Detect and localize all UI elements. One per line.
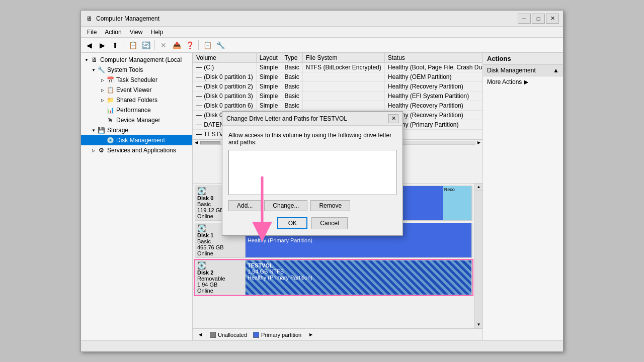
cell-fs bbox=[302, 101, 384, 111]
dialog-listbox[interactable] bbox=[228, 150, 396, 195]
cell-layout: Simple bbox=[256, 63, 281, 72]
col-filesystem: File System bbox=[302, 53, 384, 63]
toolbar-forward[interactable]: ▶ bbox=[96, 39, 108, 51]
more-actions-label: More Actions bbox=[487, 78, 522, 85]
toolbar-refresh[interactable]: 🔄 bbox=[140, 39, 152, 51]
dialog-ok-button[interactable]: OK bbox=[277, 217, 307, 229]
expand-arrow-task: ▷ bbox=[99, 78, 106, 82]
dialog-add-button[interactable]: Add... bbox=[228, 200, 261, 211]
disk-row-2: 💽 Disk 2 Removable 1.94 GB Online TESTVO… bbox=[195, 260, 472, 295]
sidebar-item-shared-folders[interactable]: ▷ 📁 Shared Folders bbox=[81, 95, 192, 105]
table-row[interactable]: — (Disk 0 partition 2) Simple Basic Heal… bbox=[193, 82, 483, 92]
testvol-status: Healthy (Primary Partition) bbox=[248, 275, 469, 281]
legend-bar: ◀ Unallocated Primary partition ▶ bbox=[193, 328, 482, 340]
toolbar-sep-3 bbox=[198, 40, 199, 50]
cell-fs bbox=[302, 92, 384, 101]
performance-icon: 📊 bbox=[106, 106, 114, 114]
actions-more[interactable]: More Actions ▶ bbox=[483, 76, 563, 87]
toolbar-extra1[interactable]: 📋 bbox=[201, 39, 213, 51]
disk-management-icon: 💿 bbox=[106, 136, 114, 144]
cell-volume: — (Disk 0 partition 1) bbox=[193, 72, 257, 82]
toolbar-up[interactable]: ⬆ bbox=[109, 39, 121, 51]
system-tools-icon: 🔧 bbox=[97, 66, 105, 74]
sidebar-item-computer-management[interactable]: ▼ 🖥 Computer Management (Local bbox=[81, 55, 192, 65]
cell-type: Basic bbox=[281, 92, 302, 101]
expand-arrow-event: ▷ bbox=[99, 88, 106, 93]
actions-disk-management[interactable]: Disk Management ▲ bbox=[483, 65, 563, 76]
services-icon: ⚙ bbox=[97, 146, 105, 154]
dialog-description: Allow access to this volume by using the… bbox=[228, 132, 396, 146]
partition-recovery[interactable]: Reco bbox=[443, 186, 472, 220]
more-actions-arrow: ▶ bbox=[524, 78, 528, 85]
cell-volume: — (Disk 0 partition 6) bbox=[193, 101, 257, 111]
sidebar-label-computer-management: Computer Management (Local bbox=[100, 56, 182, 63]
sidebar-item-performance[interactable]: 📊 Performance bbox=[81, 105, 192, 115]
scroll-down[interactable]: ▼ bbox=[475, 321, 482, 328]
sidebar-label-shared-folders: Shared Folders bbox=[116, 97, 157, 104]
shared-folders-icon: 📁 bbox=[106, 96, 114, 104]
sidebar-label-system-tools: System Tools bbox=[107, 66, 143, 73]
toolbar-show-hide[interactable]: 📋 bbox=[127, 39, 139, 51]
menu-file[interactable]: File bbox=[83, 28, 101, 37]
event-viewer-icon: 📋 bbox=[106, 86, 114, 94]
col-volume: Volume bbox=[193, 53, 257, 63]
expand-arrow-services: ▷ bbox=[90, 148, 97, 153]
dialog-remove-button[interactable]: Remove bbox=[310, 200, 350, 211]
col-type: Type bbox=[281, 53, 302, 63]
actions-disk-label: Disk Management bbox=[487, 67, 536, 74]
cell-volume: — (Disk 0 partition 2) bbox=[193, 82, 257, 92]
scroll-left[interactable]: ◀ bbox=[193, 140, 200, 145]
menu-help[interactable]: Help bbox=[147, 28, 168, 37]
dialog-title-text: Change Drive Letter and Paths for TESTVO… bbox=[226, 115, 388, 122]
toolbar-help[interactable]: ❓ bbox=[184, 39, 196, 51]
cell-type: Basic bbox=[281, 72, 302, 82]
expand-arrow-system: ▼ bbox=[90, 68, 97, 72]
sidebar-label-storage: Storage bbox=[107, 127, 128, 134]
scroll-up[interactable]: ▲ bbox=[475, 184, 482, 191]
legend-scroll-right[interactable]: ▶ bbox=[307, 332, 314, 337]
toolbar-properties[interactable]: 📤 bbox=[171, 39, 183, 51]
scroll-thumb-h[interactable] bbox=[200, 141, 220, 144]
col-layout: Layout bbox=[256, 53, 281, 63]
menu-view[interactable]: View bbox=[126, 28, 147, 37]
disk-1-type: Basic bbox=[197, 238, 243, 244]
toolbar-back[interactable]: ◀ bbox=[83, 39, 95, 51]
dialog-close-button[interactable]: ✕ bbox=[388, 114, 398, 123]
toolbar-extra2[interactable]: 🔧 bbox=[214, 39, 226, 51]
window-icon: 🖥 bbox=[85, 15, 93, 23]
sidebar-item-device-manager[interactable]: 🖱 Device Manager bbox=[81, 115, 192, 125]
sidebar-label-event-viewer: Event Viewer bbox=[116, 86, 151, 94]
sidebar-item-disk-management[interactable]: 💿 Disk Management bbox=[81, 135, 192, 145]
scroll-right[interactable]: ▶ bbox=[475, 140, 482, 145]
minimize-button[interactable]: ─ bbox=[518, 14, 531, 24]
legend-scroll-left[interactable]: ◀ bbox=[197, 332, 204, 337]
sidebar-item-task-scheduler[interactable]: ▷ 📅 Task Scheduler bbox=[81, 75, 192, 85]
cell-status: Healthy (Recovery Partition) bbox=[384, 101, 482, 111]
sidebar-item-event-viewer[interactable]: ▷ 📋 Event Viewer bbox=[81, 85, 192, 95]
sidebar-item-services[interactable]: ▷ ⚙ Services and Applications bbox=[81, 145, 192, 155]
table-row[interactable]: — (Disk 0 partition 3) Simple Basic Heal… bbox=[193, 92, 483, 101]
v-scrollbar[interactable]: ▲ ▼ bbox=[474, 184, 482, 328]
dialog-change-button[interactable]: Change... bbox=[264, 200, 307, 211]
disk-2-name: Disk 2 bbox=[197, 269, 243, 276]
table-row[interactable]: — (Disk 0 partition 1) Simple Basic Heal… bbox=[193, 72, 483, 82]
sidebar-item-storage[interactable]: ▼ 💾 Storage bbox=[81, 125, 192, 135]
scroll-track-v bbox=[475, 191, 482, 321]
sidebar-label-performance: Performance bbox=[116, 107, 151, 114]
disk-2-status: Online bbox=[197, 288, 243, 294]
menu-action[interactable]: Action bbox=[101, 28, 125, 37]
dialog-cancel-button[interactable]: Cancel bbox=[311, 217, 347, 229]
table-row[interactable]: — (Disk 0 partition 6) Simple Basic Heal… bbox=[193, 101, 483, 111]
table-row[interactable]: — (C:) Simple Basic NTFS (BitLocker Encr… bbox=[193, 63, 483, 72]
actions-expand-icon: ▲ bbox=[553, 67, 559, 74]
cell-fs bbox=[302, 72, 384, 82]
maximize-button[interactable]: □ bbox=[532, 14, 545, 24]
disk-1-status: Online bbox=[197, 250, 243, 256]
close-button[interactable]: ✕ bbox=[546, 14, 559, 24]
disk-2-icon: 💽 bbox=[197, 261, 243, 269]
window-title: Computer Management bbox=[96, 15, 518, 22]
cell-status: Healthy (Recovery Partition) bbox=[384, 82, 482, 92]
sidebar-item-system-tools[interactable]: ▼ 🔧 System Tools bbox=[81, 65, 192, 75]
sidebar-label-disk-management: Disk Management bbox=[116, 137, 165, 144]
partition-testvol[interactable]: TESTVOL 1.94 GB NTFS Healthy (Primary Pa… bbox=[246, 260, 472, 295]
